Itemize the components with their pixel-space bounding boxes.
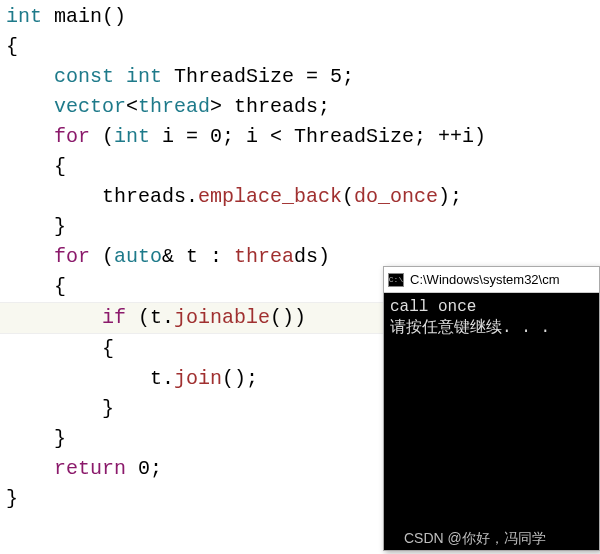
var-threads: threa (234, 245, 294, 268)
identifier: main (42, 5, 102, 28)
code-line: { (0, 32, 600, 62)
terminal-titlebar[interactable]: C:\ C:\Windows\system32\cm (384, 267, 599, 293)
code-text: threads. (6, 185, 198, 208)
func-joinable: joinable (174, 306, 270, 329)
code-text: 0; (126, 457, 162, 480)
indent (6, 306, 102, 329)
keyword-for: for (54, 125, 90, 148)
brace: } (6, 215, 66, 238)
indent (6, 95, 54, 118)
terminal-title: C:\Windows\system32\cm (410, 272, 560, 287)
code-text: threads; (222, 95, 330, 118)
keyword-int: int (114, 125, 150, 148)
terminal-body[interactable]: call once 请按任意键继续. . . (384, 293, 599, 343)
terminal-window[interactable]: C:\ C:\Windows\system32\cm call once 请按任… (383, 266, 600, 551)
indent (6, 245, 54, 268)
code-text: (); (222, 367, 258, 390)
code-line: } (0, 212, 600, 242)
brace: } (6, 487, 18, 510)
indent (6, 125, 54, 148)
code-line: int main() (0, 2, 600, 32)
space (114, 65, 126, 88)
keyword-if: if (102, 306, 126, 329)
keyword-return: return (54, 457, 126, 480)
amp: & t : (162, 245, 234, 268)
parens: () (102, 5, 126, 28)
code-line: vector<thread> threads; (0, 92, 600, 122)
keyword-const: const (54, 65, 114, 88)
brace: } (6, 427, 66, 450)
brace: { (6, 35, 18, 58)
code-text: ThreadSize = 5; (162, 65, 354, 88)
angle-bracket: > (210, 95, 222, 118)
brace: { (6, 337, 114, 360)
code-text: ds) (294, 245, 330, 268)
indent (6, 65, 54, 88)
arg-do-once: do_once (354, 185, 438, 208)
terminal-output-line: call once (390, 297, 593, 318)
paren: ( (90, 245, 114, 268)
code-line: { (0, 152, 600, 182)
angle-bracket: < (126, 95, 138, 118)
keyword-int: int (126, 65, 162, 88)
terminal-output-line: 请按任意键继续. . . (390, 318, 593, 339)
paren: ( (90, 125, 114, 148)
code-text: ()) (270, 306, 306, 329)
code-line: for (int i = 0; i < ThreadSize; ++i) (0, 122, 600, 152)
watermark: CSDN @你好，冯同学 (404, 530, 546, 548)
func-join: join (174, 367, 222, 390)
brace: { (6, 275, 66, 298)
code-text: (t. (126, 306, 174, 329)
keyword-type: int (6, 5, 42, 28)
code-line: const int ThreadSize = 5; (0, 62, 600, 92)
keyword-thread: thread (138, 95, 210, 118)
func-emplace-back: emplace_back (198, 185, 342, 208)
keyword-auto: auto (114, 245, 162, 268)
indent (6, 457, 54, 480)
code-text: t. (6, 367, 174, 390)
keyword-vector: vector (54, 95, 126, 118)
brace: } (6, 397, 114, 420)
cmd-icon: C:\ (388, 273, 404, 287)
code-text: i = 0; i < ThreadSize; ++i) (150, 125, 486, 148)
paren: ( (342, 185, 354, 208)
keyword-for: for (54, 245, 90, 268)
brace: { (6, 155, 66, 178)
code-line: threads.emplace_back(do_once); (0, 182, 600, 212)
paren: ); (438, 185, 462, 208)
